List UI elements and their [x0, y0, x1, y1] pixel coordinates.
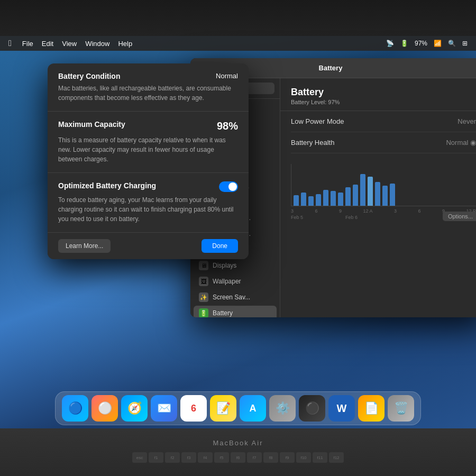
sidebar-item-displays[interactable]: 🖥 Displays — [194, 258, 277, 273]
key-f8[interactable]: f8 — [263, 452, 278, 463]
key-f9[interactable]: f9 — [280, 452, 295, 463]
menu-bar:  File Edit View Window Help 📡 🔋 97% 📶 🔍… — [0, 36, 476, 51]
dock-settings[interactable]: ⚙️ — [269, 395, 296, 422]
dock-pages[interactable]: 📄 — [358, 395, 385, 422]
charging-desc: To reduce battery aging, your Mac learns… — [58, 195, 238, 224]
menu-window[interactable]: Window — [85, 40, 109, 48]
capacity-value: 98% — [217, 120, 238, 132]
battery-dialog: Battery Condition Normal Mac batteries, … — [48, 63, 249, 259]
dock-launchpad[interactable]: ⚪ — [91, 395, 118, 422]
battery-sidebar-icon: 🔋 — [199, 308, 208, 317]
menu-edit[interactable]: Edit — [42, 40, 53, 48]
control-center-icon[interactable]: ⊞ — [462, 40, 468, 47]
chart-bar — [390, 184, 395, 206]
key-f6[interactable]: f6 — [231, 452, 245, 463]
battery-subtitle: Battery Level: 97% — [291, 99, 476, 105]
dock-calendar[interactable]: 6 — [180, 395, 207, 422]
battery-condition-title: Battery Condition — [58, 72, 120, 80]
menu-file[interactable]: File — [22, 40, 33, 48]
battery-chart: 100% 50% 0% — [280, 159, 476, 225]
time-label: 3 — [291, 208, 294, 214]
low-power-mode-row: Low Power Mode Never — [291, 111, 476, 132]
settings-icon: ⚙️ — [276, 401, 290, 415]
capacity-desc: This is a measure of battery capacity re… — [58, 135, 238, 164]
optimized-charging-toggle[interactable] — [219, 181, 238, 192]
dock-notes[interactable]: 📝 — [210, 395, 236, 422]
appstore-icon: A — [250, 403, 257, 414]
chart-bar — [338, 193, 343, 206]
time-label: 6 — [418, 208, 420, 214]
done-button[interactable]: Done — [202, 239, 238, 253]
chart-bar — [316, 194, 321, 206]
optimized-charging-section: Optimized Battery Charging To reduce bat… — [48, 173, 249, 233]
key-f7[interactable]: f7 — [247, 452, 262, 463]
dock-safari[interactable]: 🧭 — [121, 395, 148, 422]
chart-bar — [375, 182, 380, 206]
macbook-label: MacBook Air — [213, 439, 263, 447]
dock-mail[interactable]: ✉️ — [151, 395, 177, 422]
safari-icon: 🧭 — [127, 401, 142, 415]
key-f4[interactable]: f4 — [198, 452, 213, 463]
keyboard-keys: esc f1 f2 f3 f4 f5 f6 f7 f8 f9 f10 f11 f… — [132, 452, 344, 463]
dock-trash[interactable]: 🗑️ — [388, 395, 414, 422]
dock-go4[interactable]: ⚫ — [299, 395, 325, 422]
learn-more-button[interactable]: Learn More... — [58, 239, 111, 253]
sidebar-item-screen-saver[interactable]: ✨ Screen Sav... — [194, 290, 277, 305]
displays-icon: 🖥 — [199, 261, 208, 270]
key-f10[interactable]: f10 — [296, 452, 311, 463]
dock-appstore[interactable]: A — [240, 395, 266, 422]
sidebar-label-battery: Battery — [213, 309, 233, 317]
dock-word[interactable]: W — [328, 395, 355, 422]
menu-help[interactable]: Help — [118, 40, 132, 48]
chart-bar — [323, 190, 328, 206]
chart-bar — [308, 196, 314, 206]
key-f11[interactable]: f11 — [313, 452, 327, 463]
maximum-capacity-section: Maximum Capacity 98% This is a measure o… — [48, 112, 249, 173]
keyboard-area: MacBook Air esc f1 f2 f3 f4 f5 f6 f7 f8 … — [0, 428, 476, 476]
chart-bar — [382, 186, 388, 206]
airdrop-icon[interactable]: 📡 — [386, 40, 394, 47]
options-button[interactable]: Options... — [443, 212, 476, 221]
menu-view[interactable]: View — [62, 40, 77, 48]
date-label-feb5: Feb 5 — [291, 215, 303, 220]
key-f2[interactable]: f2 — [165, 452, 180, 463]
chart-bar — [294, 195, 299, 206]
key-f1[interactable]: f1 — [149, 452, 163, 463]
dock-finder[interactable]: 🔵 — [62, 395, 88, 422]
date-label-feb6: Feb 6 — [345, 215, 358, 220]
dialog-footer: Learn More... Done — [48, 233, 249, 259]
trash-icon: 🗑️ — [394, 401, 408, 415]
key-f5[interactable]: f5 — [214, 452, 229, 463]
wifi-icon[interactable]: 📶 — [434, 40, 442, 47]
sidebar-label-displays: Displays — [213, 262, 236, 269]
time-label: 3 — [394, 208, 397, 214]
word-icon: W — [337, 402, 347, 415]
search-icon[interactable]: 🔍 — [448, 40, 456, 47]
battery-title: Battery — [291, 87, 476, 98]
sidebar-item-wallpaper[interactable]: 🖼 Wallpaper — [194, 274, 277, 289]
notes-icon: 📝 — [216, 401, 231, 415]
screen-saver-icon: ✨ — [199, 292, 208, 302]
chart-bar — [301, 193, 306, 206]
sidebar-item-battery[interactable]: 🔋 Battery — [194, 306, 277, 317]
chart-bar — [345, 187, 351, 206]
charging-title: Optimized Battery Charging — [58, 181, 156, 190]
battery-icon: 🔋 — [400, 40, 408, 47]
calendar-icon: 6 — [191, 403, 196, 414]
key-esc[interactable]: esc — [132, 452, 147, 463]
apple-menu[interactable]:  — [8, 39, 12, 48]
battery-options: Low Power Mode Never Battery Health Norm… — [280, 111, 476, 153]
battery-percent: 97% — [415, 40, 427, 47]
key-f12[interactable]: f12 — [329, 452, 344, 463]
main-content: Battery Battery Level: 97% Low Power Mod… — [280, 78, 476, 317]
time-label: 9 — [339, 208, 342, 214]
battery-header: Battery Battery Level: 97% — [280, 78, 476, 111]
chart-bar-highlight — [368, 177, 373, 206]
finder-icon: 🔵 — [68, 401, 83, 415]
chart-bar — [331, 191, 336, 206]
battery-condition-section: Battery Condition Normal Mac batteries, … — [48, 63, 249, 112]
low-power-value: Never — [457, 117, 476, 125]
key-f3[interactable]: f3 — [181, 452, 196, 463]
battery-health-row: Battery Health Normal ◉ — [291, 132, 476, 153]
mail-icon: ✉️ — [157, 401, 171, 415]
